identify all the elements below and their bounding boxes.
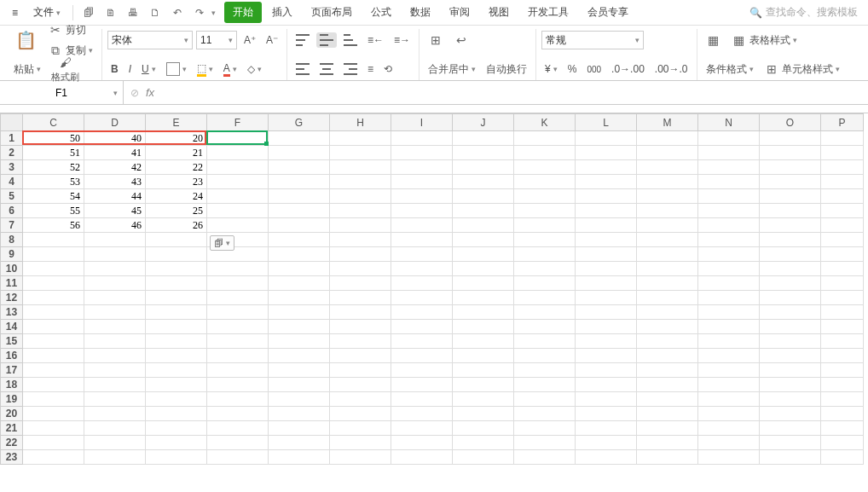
cell-E20[interactable]: [146, 407, 207, 421]
cell-M3[interactable]: [637, 160, 698, 175]
row-header-16[interactable]: 16: [1, 349, 23, 363]
cell-L20[interactable]: [576, 407, 637, 421]
cell-J13[interactable]: [453, 305, 514, 320]
cell-J14[interactable]: [453, 320, 514, 334]
file-menu[interactable]: 文件▾: [26, 3, 67, 22]
cell-C1[interactable]: 50: [23, 131, 84, 146]
cell-P8[interactable]: [821, 233, 864, 247]
cell-J11[interactable]: [453, 276, 514, 291]
cell-I20[interactable]: [391, 407, 453, 421]
cell-D8[interactable]: [84, 233, 146, 247]
cell-C12[interactable]: [23, 291, 84, 305]
cell-C15[interactable]: [23, 334, 84, 349]
wrap-text-button[interactable]: ↩: [450, 31, 472, 49]
row-header-8[interactable]: 8: [1, 233, 23, 247]
cell-M20[interactable]: [637, 407, 698, 421]
cell-I7[interactable]: [391, 218, 453, 233]
cell-M8[interactable]: [637, 233, 698, 247]
conditional-format-button[interactable]: ▦: [703, 31, 725, 49]
cell-N16[interactable]: [698, 349, 760, 363]
cell-N4[interactable]: [698, 175, 760, 189]
cell-D15[interactable]: [84, 334, 146, 349]
cell-O18[interactable]: [760, 378, 821, 392]
cell-I14[interactable]: [391, 320, 453, 334]
row-header-6[interactable]: 6: [1, 204, 23, 218]
select-all-corner[interactable]: [1, 114, 23, 131]
cell-J12[interactable]: [453, 291, 514, 305]
font-color-button[interactable]: A▾: [220, 61, 240, 78]
cell-E14[interactable]: [146, 320, 207, 334]
row-header-22[interactable]: 22: [1, 436, 23, 450]
cell-H22[interactable]: [330, 436, 391, 450]
name-box-input[interactable]: [7, 87, 116, 99]
cell-P14[interactable]: [821, 320, 864, 334]
cell-C2[interactable]: 51: [23, 146, 84, 160]
cell-G13[interactable]: [269, 305, 330, 320]
bold-button[interactable]: B: [107, 61, 122, 77]
row-header-5[interactable]: 5: [1, 189, 23, 204]
cell-N17[interactable]: [698, 363, 760, 378]
cell-N19[interactable]: [698, 392, 760, 407]
row-header-10[interactable]: 10: [1, 262, 23, 276]
cell-I17[interactable]: [391, 363, 453, 378]
cell-L11[interactable]: [576, 276, 637, 291]
cell-I16[interactable]: [391, 349, 453, 363]
row-header-7[interactable]: 7: [1, 218, 23, 233]
cell-I11[interactable]: [391, 276, 453, 291]
hamburger-icon[interactable]: ≡: [5, 4, 25, 21]
cell-J8[interactable]: [453, 233, 514, 247]
cell-J23[interactable]: [453, 450, 514, 465]
merge-label[interactable]: 合并居中▾: [425, 61, 479, 78]
cell-P2[interactable]: [821, 146, 864, 160]
cell-F16[interactable]: [207, 349, 269, 363]
cell-P19[interactable]: [821, 392, 864, 407]
cell-H14[interactable]: [330, 320, 391, 334]
cell-H12[interactable]: [330, 291, 391, 305]
cell-D11[interactable]: [84, 276, 146, 291]
cell-D20[interactable]: [84, 407, 146, 421]
cell-O14[interactable]: [760, 320, 821, 334]
align-middle-button[interactable]: [316, 32, 337, 48]
col-header-G[interactable]: G: [269, 114, 330, 131]
cell-L12[interactable]: [576, 291, 637, 305]
cell-E7[interactable]: 26: [146, 218, 207, 233]
cell-O7[interactable]: [760, 218, 821, 233]
paste-label[interactable]: 粘贴▾: [10, 61, 44, 78]
cell-H13[interactable]: [330, 305, 391, 320]
cell-K13[interactable]: [514, 305, 576, 320]
cell-P12[interactable]: [821, 291, 864, 305]
cell-M13[interactable]: [637, 305, 698, 320]
cell-F4[interactable]: [207, 175, 269, 189]
row-header-14[interactable]: 14: [1, 320, 23, 334]
col-header-E[interactable]: E: [146, 114, 207, 131]
cell-H2[interactable]: [330, 146, 391, 160]
row-header-17[interactable]: 17: [1, 363, 23, 378]
cell-L1[interactable]: [576, 131, 637, 146]
cell-J4[interactable]: [453, 175, 514, 189]
cell-M2[interactable]: [637, 146, 698, 160]
cell-K18[interactable]: [514, 378, 576, 392]
cell-F7[interactable]: [207, 218, 269, 233]
cell-I5[interactable]: [391, 189, 453, 204]
cell-M22[interactable]: [637, 436, 698, 450]
cell-K15[interactable]: [514, 334, 576, 349]
cell-N6[interactable]: [698, 204, 760, 218]
cell-E9[interactable]: [146, 247, 207, 262]
cell-C4[interactable]: 53: [23, 175, 84, 189]
cell-G20[interactable]: [269, 407, 330, 421]
cell-F20[interactable]: [207, 407, 269, 421]
col-header-L[interactable]: L: [576, 114, 637, 131]
cell-M9[interactable]: [637, 247, 698, 262]
cell-O12[interactable]: [760, 291, 821, 305]
cell-N10[interactable]: [698, 262, 760, 276]
cell-G8[interactable]: [269, 233, 330, 247]
cell-F1[interactable]: [207, 131, 269, 146]
cell-P5[interactable]: [821, 189, 864, 204]
italic-button[interactable]: I: [125, 61, 135, 77]
cell-C6[interactable]: 55: [23, 204, 84, 218]
cell-J5[interactable]: [453, 189, 514, 204]
cell-N15[interactable]: [698, 334, 760, 349]
cell-L2[interactable]: [576, 146, 637, 160]
cell-M4[interactable]: [637, 175, 698, 189]
cell-H6[interactable]: [330, 204, 391, 218]
